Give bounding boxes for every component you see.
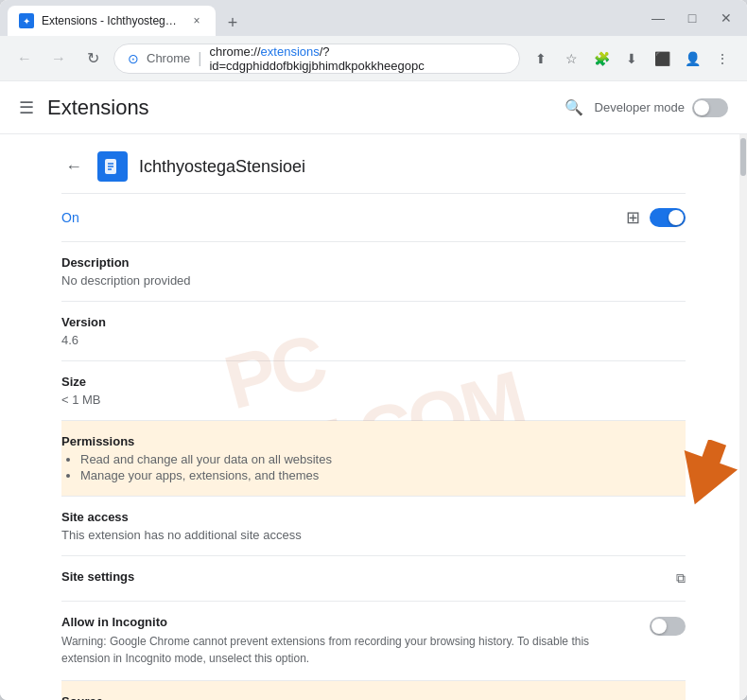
titlebar-tabs: Extensions - IchthyostegaStensio × + bbox=[8, 0, 645, 36]
more-icon[interactable]: ⋮ bbox=[709, 45, 736, 72]
page-body: PCHE.COM ☰ Extensions 🔍 Developer mode ← bbox=[0, 81, 747, 700]
on-off-row: On ⊞ bbox=[61, 194, 686, 242]
source-label: Source bbox=[61, 694, 686, 700]
share-icon[interactable]: ⬆ bbox=[528, 45, 554, 72]
version-label: Version bbox=[61, 315, 686, 329]
allow-incognito-desc: Warning: Google Chrome cannot prevent ex… bbox=[61, 633, 634, 667]
allow-incognito-label: Allow in Incognito bbox=[61, 615, 634, 629]
allow-incognito-section: Allow in Incognito Warning: Google Chrom… bbox=[61, 602, 686, 681]
url-source-label: Chrome bbox=[147, 51, 190, 65]
extension-detail-inner: ← IchthyostegaStensioei bbox=[43, 134, 704, 700]
developer-mode-label: Developer mode bbox=[595, 100, 685, 114]
on-label: On bbox=[61, 210, 79, 225]
extension-enable-toggle[interactable] bbox=[650, 208, 686, 227]
description-section: Description No description provided bbox=[61, 242, 686, 302]
version-section: Version 4.6 bbox=[61, 302, 686, 361]
active-tab[interactable]: Extensions - IchthyostegaStensio × bbox=[8, 6, 216, 36]
incognito-text: Allow in Incognito Warning: Google Chrom… bbox=[61, 615, 634, 667]
permissions-label: Permissions bbox=[61, 434, 686, 448]
download-icon[interactable]: ⬇ bbox=[618, 45, 645, 72]
developer-mode-toggle[interactable] bbox=[692, 98, 728, 117]
size-section: Size < 1 MB bbox=[61, 361, 686, 421]
extensions-header: ☰ Extensions 🔍 Developer mode bbox=[0, 81, 747, 134]
page-wrapper: PCHE.COM ☰ Extensions 🔍 Developer mode ← bbox=[0, 81, 747, 700]
permissions-list: Read and change all your data on all web… bbox=[61, 452, 686, 482]
site-access-label: Site access bbox=[61, 510, 686, 524]
description-value: No description provided bbox=[61, 273, 686, 288]
extension-detail-scroll[interactable]: ← IchthyostegaStensioei bbox=[0, 134, 747, 700]
tab-favicon bbox=[19, 13, 34, 28]
maximize-button[interactable]: □ bbox=[679, 5, 705, 31]
new-tab-button[interactable]: + bbox=[219, 9, 246, 36]
tab-close-button[interactable]: × bbox=[189, 13, 204, 28]
url-path: extensions bbox=[261, 44, 320, 59]
back-to-extensions[interactable]: ← bbox=[61, 153, 86, 181]
incognito-row: Allow in Incognito Warning: Google Chrom… bbox=[61, 615, 686, 667]
profile-icon[interactable]: 👤 bbox=[679, 45, 705, 72]
tab-title: Extensions - IchthyostegaStensio bbox=[42, 14, 182, 27]
site-access-value: This extension has no additional site ac… bbox=[61, 528, 686, 542]
size-label: Size bbox=[61, 375, 686, 389]
description-label: Description bbox=[61, 255, 686, 270]
site-access-section: Site access This extension has no additi… bbox=[61, 497, 686, 556]
refresh-button[interactable]: ↻ bbox=[79, 45, 106, 72]
site-settings-row: Site settings ⧉ bbox=[61, 569, 686, 587]
extensions-title: Extensions bbox=[47, 96, 565, 120]
site-settings-label: Site settings bbox=[61, 569, 134, 584]
window-controls: — □ ✕ bbox=[645, 5, 739, 31]
search-icon[interactable]: 🔍 bbox=[565, 98, 583, 116]
close-button[interactable]: ✕ bbox=[713, 5, 739, 31]
scrollbar-thumb[interactable] bbox=[740, 138, 746, 176]
minimize-button[interactable]: — bbox=[645, 5, 671, 31]
permission-item: Read and change all your data on all web… bbox=[80, 452, 686, 466]
external-link-icon[interactable]: ⧉ bbox=[676, 570, 686, 586]
scrollbar-track[interactable] bbox=[739, 134, 747, 700]
bookmark-icon[interactable]: ☆ bbox=[558, 45, 584, 72]
permission-item: Manage your apps, extensions, and themes bbox=[80, 468, 686, 482]
permissions-section: Permissions Read and change all your dat… bbox=[61, 421, 686, 497]
url-prefix: chrome://extensions/?id=cdgphiddofbkigjb… bbox=[209, 44, 506, 73]
titlebar: Extensions - IchthyostegaStensio × + — □… bbox=[0, 0, 747, 36]
site-settings-section: Site settings ⧉ bbox=[61, 556, 686, 602]
developer-mode-section: 🔍 Developer mode bbox=[565, 98, 728, 117]
url-bar[interactable]: ⊙ Chrome | chrome://extensions/?id=cdgph… bbox=[113, 44, 520, 74]
allow-incognito-toggle[interactable] bbox=[650, 617, 686, 636]
back-button[interactable]: ← bbox=[11, 45, 38, 72]
on-row-right: ⊞ bbox=[626, 207, 686, 228]
hamburger-menu[interactable]: ☰ bbox=[19, 97, 34, 118]
extensions-icon[interactable]: 🧩 bbox=[588, 45, 615, 72]
secure-icon: ⊙ bbox=[128, 51, 139, 66]
extension-name: IchthyostegaStensioei bbox=[139, 157, 305, 177]
version-value: 4.6 bbox=[61, 333, 686, 347]
url-separator: | bbox=[198, 50, 201, 67]
addressbar: ← → ↻ ⊙ Chrome | chrome://extensions/?id… bbox=[0, 36, 747, 81]
source-section: Source Not from Chrome Web Store. bbox=[61, 681, 686, 700]
extension-icon bbox=[97, 151, 128, 182]
forward-button[interactable]: → bbox=[45, 45, 72, 72]
address-bar-actions: ⬆ ☆ 🧩 ⬇ ⬛ 👤 ⋮ bbox=[528, 45, 736, 72]
grid-icon[interactable]: ⊞ bbox=[626, 207, 640, 228]
extension-name-row: ← IchthyostegaStensioei bbox=[61, 134, 686, 194]
size-value: < 1 MB bbox=[61, 393, 686, 407]
tabs-icon[interactable]: ⬛ bbox=[649, 45, 675, 72]
